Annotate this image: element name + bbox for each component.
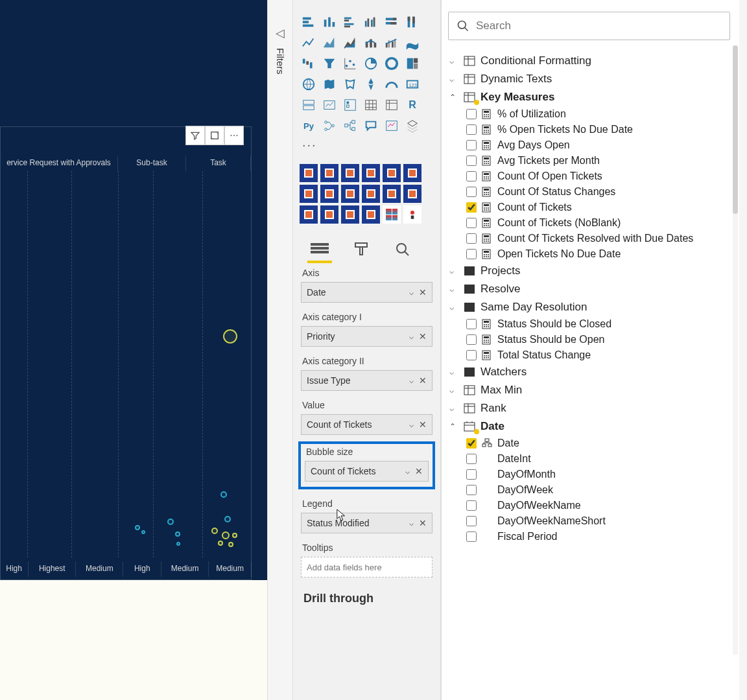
custom-visual-icon[interactable] [362, 185, 380, 203]
decomposition-tree-icon[interactable] [341, 117, 359, 135]
custom-visual-icon[interactable] [341, 164, 359, 182]
field-checkbox[interactable] [466, 334, 477, 345]
field-checkbox[interactable] [466, 438, 477, 449]
table-node-key-measures[interactable]: ⌃Key Measures [448, 88, 730, 106]
field-item[interactable]: DateInt [448, 451, 730, 467]
field-checkbox[interactable] [466, 469, 477, 480]
table-icon[interactable] [362, 96, 380, 114]
chevron-down-icon[interactable]: ⌵ [449, 404, 458, 413]
area-chart-icon[interactable] [320, 34, 338, 52]
custom-visual-icon[interactable] [383, 164, 401, 182]
field-checkbox[interactable] [466, 171, 477, 181]
key-influencers-icon[interactable] [320, 117, 338, 135]
format-tab-icon[interactable] [350, 240, 372, 259]
data-bubble[interactable] [211, 528, 218, 534]
field-checkbox[interactable] [466, 140, 477, 150]
qa-visual-icon[interactable] [362, 117, 380, 135]
chevron-down-icon[interactable]: ⌵ [405, 467, 410, 476]
field-checkbox[interactable] [466, 485, 477, 495]
more-visuals-icon[interactable]: ··· [300, 137, 434, 152]
table-node[interactable]: ⌵Same Day Resolution [448, 298, 730, 316]
field-checkbox[interactable] [466, 249, 477, 259]
custom-visual-icon[interactable] [320, 164, 338, 182]
custom-visual-icon[interactable] [403, 164, 421, 182]
field-checkbox[interactable] [466, 218, 477, 228]
bubble-size-well[interactable]: Count of Tickets⌵✕ [305, 461, 429, 482]
field-item[interactable]: Open Tickets No Due Date [448, 246, 730, 262]
line-stacked-column-icon[interactable] [362, 34, 380, 52]
field-checkbox[interactable] [466, 109, 477, 119]
stacked-bar-chart-icon[interactable] [300, 13, 318, 31]
search-input[interactable] [476, 19, 722, 32]
stacked-area-chart-icon[interactable] [341, 34, 359, 52]
ribbon-chart-icon[interactable] [403, 34, 421, 52]
data-bubble[interactable] [176, 542, 180, 546]
chevron-down-icon[interactable]: ⌵ [449, 386, 458, 395]
chevron-up-icon[interactable]: ⌃ [449, 422, 458, 431]
field-checkbox[interactable] [466, 531, 477, 542]
table-node[interactable]: ⌵Max Min [448, 381, 730, 399]
remove-field-icon[interactable]: ✕ [419, 331, 427, 342]
chevron-down-icon[interactable]: ⌵ [449, 56, 458, 65]
stacked-column-chart-icon[interactable] [320, 13, 338, 31]
chevron-down-icon[interactable]: ⌵ [409, 376, 414, 385]
filters-pane-collapsed[interactable]: ◁ Filters [267, 0, 293, 700]
filled-map-icon[interactable] [320, 75, 338, 93]
custom-visual-icon[interactable] [362, 164, 380, 182]
hundred-stacked-bar-icon[interactable] [383, 13, 401, 31]
paginated-report-icon[interactable] [403, 117, 421, 135]
data-bubble[interactable] [228, 542, 233, 547]
chevron-down-icon[interactable]: ⌵ [409, 288, 414, 297]
remove-field-icon[interactable]: ✕ [419, 287, 427, 298]
fields-search[interactable] [448, 12, 730, 40]
field-checkbox[interactable] [466, 156, 477, 166]
custom-visual-icon[interactable] [383, 205, 401, 224]
field-checkbox[interactable] [466, 319, 477, 329]
clustered-column-chart-icon[interactable] [362, 13, 380, 31]
scrollbar[interactable] [733, 45, 738, 655]
chevron-down-icon[interactable]: ⌵ [409, 332, 414, 341]
data-bubble[interactable] [135, 525, 140, 530]
axis-category-2-well[interactable]: Issue Type⌵✕ [301, 370, 433, 391]
field-checkbox[interactable] [466, 124, 477, 135]
donut-chart-icon[interactable] [383, 54, 401, 73]
field-item[interactable]: Status Should be Closed [448, 316, 730, 332]
line-chart-icon[interactable] [300, 34, 318, 52]
table-node[interactable]: ⌵Rank [448, 399, 730, 417]
table-node[interactable]: ⌵Watchers [448, 363, 730, 381]
legend-well[interactable]: Status Modified⌵✕ [301, 513, 433, 533]
python-visual-icon[interactable]: Py [300, 117, 318, 135]
field-item[interactable]: Count of Tickets (NoBlank) [448, 215, 730, 231]
custom-visual-icon[interactable] [362, 205, 380, 224]
gauge-icon[interactable] [383, 75, 401, 93]
data-bubble[interactable] [222, 531, 230, 539]
scatter-chart-icon[interactable] [341, 54, 359, 73]
custom-visual-icon[interactable] [403, 205, 421, 224]
field-item[interactable]: Count of Tickets [448, 200, 730, 215]
field-item[interactable]: Count Of Status Changes [448, 184, 730, 200]
card-icon[interactable]: 123 [403, 75, 421, 93]
data-bubble[interactable] [141, 530, 145, 534]
remove-field-icon[interactable]: ✕ [419, 419, 427, 430]
field-item[interactable]: Avg Days Open [448, 137, 730, 153]
tooltips-well[interactable]: Add data fields here [301, 557, 433, 578]
custom-visual-icon[interactable] [403, 185, 421, 203]
map-icon[interactable] [300, 75, 318, 93]
analytics-tab-icon[interactable] [392, 240, 414, 259]
kpi-icon[interactable] [320, 96, 338, 114]
hundred-stacked-column-icon[interactable] [403, 13, 421, 31]
field-item[interactable]: DayOfWeekNameShort [448, 513, 730, 529]
field-item[interactable]: Count Of Tickets Resolved with Due Dates [448, 231, 730, 246]
field-item[interactable]: Total Status Change [448, 347, 730, 363]
table-node-date[interactable]: ⌃Date [448, 417, 730, 436]
report-canvas[interactable]: ··· ervice Request with Approvals Sub-ta… [0, 0, 267, 700]
custom-visual-icon[interactable] [341, 205, 359, 224]
chevron-down-icon[interactable]: ⌵ [449, 266, 458, 275]
axis-category-1-well[interactable]: Priority⌵✕ [301, 326, 433, 347]
field-checkbox[interactable] [466, 233, 477, 244]
custom-visual-icon[interactable] [320, 205, 338, 224]
chevron-down-icon[interactable]: ⌵ [409, 420, 414, 429]
shape-map-icon[interactable] [341, 75, 359, 93]
field-checkbox[interactable] [466, 454, 477, 464]
field-item[interactable]: DayOfMonth [448, 467, 730, 482]
